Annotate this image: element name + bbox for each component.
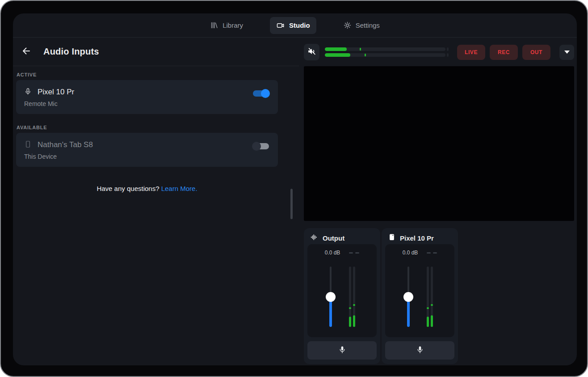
strip-panel: 0.0 dB [307, 244, 377, 337]
app-window: Library Studio Settings [13, 13, 577, 365]
tablet-icon [24, 140, 32, 150]
transport-bar: LIVE REC OUT [304, 44, 574, 60]
audio-inputs-panel: Audio Inputs ACTIVE Pixel 10 Pr [13, 38, 299, 365]
gain-dash [355, 252, 359, 254]
strip-name: Output [323, 234, 344, 242]
strip-meter-right [353, 267, 355, 327]
tab-studio[interactable]: Studio [270, 17, 316, 34]
scrollbar-thumb[interactable] [290, 189, 293, 219]
top-meter-0 [325, 47, 449, 51]
strip-meter-right [431, 267, 433, 327]
expand-button[interactable] [559, 45, 574, 60]
master-level-meters [325, 47, 449, 57]
mixer-strip-1: Pixel 10 Pr 0.0 dB [382, 228, 458, 364]
meter-clip-dot [447, 53, 449, 57]
gain-label: 0.0 dB [325, 250, 340, 256]
toggle-knob [261, 89, 270, 98]
audio-input-row-tablet[interactable]: Nathan's Tab S8 This Device [16, 133, 278, 167]
meter-fill [325, 47, 347, 51]
meter-fill [427, 317, 429, 327]
toggle-pixel-input[interactable] [253, 90, 269, 97]
page-title: Audio Inputs [43, 47, 99, 57]
tab-label: Settings [356, 21, 380, 29]
strip-meter-left [349, 267, 351, 327]
device-frame: Library Studio Settings [0, 0, 588, 377]
mic-button[interactable] [307, 341, 377, 360]
arrow-left-icon [21, 46, 32, 58]
toggle-tablet-input[interactable] [253, 143, 269, 149]
fader-knob[interactable] [403, 292, 413, 302]
meter-peak [427, 307, 429, 309]
mic-icon [338, 345, 347, 356]
panel-header: Audio Inputs [13, 38, 299, 66]
gear-icon [343, 21, 352, 30]
studio-panel: LIVE REC OUT [304, 38, 574, 365]
meter-peak [349, 307, 351, 309]
tab-settings[interactable]: Settings [337, 17, 386, 34]
audio-input-row-pixel[interactable]: Pixel 10 Pr Remote Mic [16, 80, 278, 114]
volume-fader[interactable] [328, 267, 333, 327]
clip-indicators [427, 252, 437, 254]
mic-icon [24, 87, 32, 97]
volume-fader[interactable] [406, 267, 411, 327]
fader-knob[interactable] [326, 292, 336, 302]
gain-dash [349, 252, 353, 254]
strip-name: Pixel 10 Pr [400, 234, 434, 242]
clip-indicators [349, 252, 359, 254]
mixer-strip-0: Output 0.0 dB [304, 228, 380, 364]
meter-fill [431, 315, 433, 327]
meter-fill [349, 317, 351, 327]
top-navbar: Library Studio Settings [13, 13, 577, 38]
meter-peak [360, 48, 361, 51]
strip-panel: 0.0 dB [385, 244, 454, 337]
mixer: Output 0.0 dB [304, 228, 458, 364]
gain-label: 0.0 dB [403, 250, 418, 256]
content-area: Audio Inputs ACTIVE Pixel 10 Pr [13, 38, 577, 365]
strip-header: Output [307, 232, 377, 244]
meter-track [325, 53, 445, 57]
live-button[interactable]: LIVE [457, 45, 485, 60]
section-label-active: ACTIVE [17, 72, 299, 77]
gain-dash [433, 252, 437, 254]
strip-header: Pixel 10 Pr [385, 232, 454, 244]
gain-dash [427, 252, 431, 254]
meter-track [325, 47, 445, 51]
meter-fill [325, 53, 350, 57]
help-text: Have any questions? [97, 185, 159, 192]
speaker-muted-icon [307, 47, 317, 58]
library-icon [210, 21, 218, 30]
toggle-knob [252, 142, 261, 151]
back-button[interactable] [18, 43, 35, 60]
meter-peak [431, 304, 433, 306]
tab-label: Studio [289, 21, 310, 29]
meter-clip-dot [447, 47, 449, 51]
help-row: Have any questions? Learn More. [13, 185, 281, 192]
device-name: Pixel 10 Pr [38, 88, 74, 97]
strip-meters [349, 267, 355, 327]
device-subtitle: Remote Mic [24, 100, 270, 107]
chevron-down-icon [564, 51, 570, 54]
out-button[interactable]: OUT [522, 45, 550, 60]
learn-more-link[interactable]: Learn More. [161, 185, 197, 192]
tab-label: Library [223, 21, 243, 29]
meter-fill [353, 315, 355, 327]
rec-button[interactable]: REC [490, 45, 518, 60]
device-subtitle: This Device [24, 153, 270, 160]
waveform-icon [310, 233, 319, 243]
camera-icon [276, 21, 285, 30]
meter-peak [365, 54, 366, 56]
mic-icon [416, 345, 424, 356]
section-label-available: AVAILABLE [17, 125, 299, 130]
mic-button[interactable] [385, 341, 454, 360]
top-meter-1 [325, 53, 449, 57]
phone-icon [388, 233, 396, 243]
video-preview [304, 66, 574, 221]
mute-button[interactable] [304, 44, 319, 60]
meter-peak [353, 304, 355, 306]
strip-meter-left [427, 267, 429, 327]
strip-meters [427, 267, 433, 327]
tab-library[interactable]: Library [204, 17, 249, 34]
device-name: Nathan's Tab S8 [38, 140, 93, 149]
